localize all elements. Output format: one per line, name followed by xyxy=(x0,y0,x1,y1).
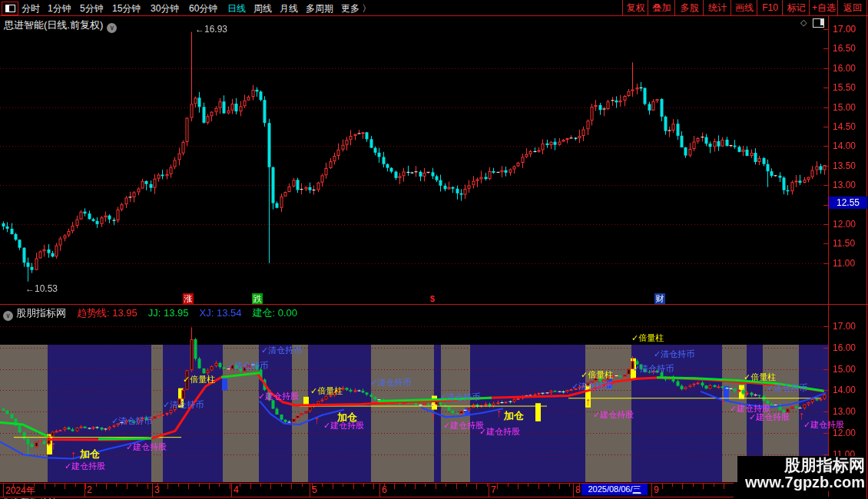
signal-label-beiliangzhu: ✓倍量柱 xyxy=(183,374,215,385)
indicator-values: 趋势线: 13.95JJ: 13.95XJ: 13.54建仓: 0.00 xyxy=(71,307,302,319)
toolbar-button-7[interactable]: +自选 xyxy=(809,0,838,15)
tab-period-4[interactable]: 30分钟 xyxy=(151,2,179,15)
ind-ytick xyxy=(823,369,828,370)
buy-arrow-icon: ↑ xyxy=(721,397,727,406)
cursor-date-badge: 2025/08/06/三 xyxy=(581,484,648,495)
right-border xyxy=(866,0,867,499)
tab-period-2[interactable]: 5分钟 xyxy=(80,2,104,15)
tab-period-10[interactable]: 更多 〉 xyxy=(341,2,371,15)
time-axis-minor-tick xyxy=(487,483,488,487)
time-axis-minor-tick xyxy=(343,483,343,487)
signal-label-beiliangzhu: ✓倍量柱 xyxy=(581,369,613,381)
event-marker-财: 财 xyxy=(654,293,665,304)
toolbar-button-1[interactable]: 叠加 xyxy=(648,0,675,15)
toolbar-button-3[interactable]: 统计 xyxy=(703,0,731,15)
time-axis-major-tick xyxy=(231,483,232,497)
time-axis-minor-tick xyxy=(693,483,694,487)
toolbar-button-8[interactable]: 返回 xyxy=(837,0,867,15)
tab-period-1[interactable]: 1分钟 xyxy=(48,2,71,15)
last-price-badge: 12.55 xyxy=(829,197,867,209)
time-axis-minor-tick xyxy=(436,483,436,489)
time-axis-minor-tick xyxy=(199,483,200,487)
ind-ytick xyxy=(823,433,828,434)
time-axis-minor-tick xyxy=(333,483,333,489)
buy-arrow-icon: ↑ xyxy=(496,408,502,418)
time-axis-minor-tick xyxy=(3,483,4,489)
time-axis-minor-tick xyxy=(250,483,251,489)
main-ytick-label: 11.50 xyxy=(833,238,866,249)
main-ytick-label: 14.50 xyxy=(833,121,866,132)
tab-period-8[interactable]: 月线 xyxy=(280,2,298,15)
signal-label-jiancang-chigu: ✓建仓持股 xyxy=(258,391,299,402)
time-axis-major-tick xyxy=(573,483,574,497)
signal-label-qingcang-chibi: ✓清仓持币 xyxy=(571,381,612,392)
event-marker-涨: 涨 xyxy=(183,293,194,304)
main-ytick xyxy=(823,127,828,127)
signal-label-jiacang: 加仓 xyxy=(337,411,357,425)
main-ytick-label: 16.00 xyxy=(833,63,866,74)
tab-period-5[interactable]: 60分钟 xyxy=(189,2,217,15)
main-ytick xyxy=(823,205,828,206)
tab-period-9[interactable]: 多周期 xyxy=(306,2,333,15)
buy-arrow-icon: ↑ xyxy=(585,397,591,406)
time-axis-major-tick xyxy=(310,483,310,497)
tab-period-3[interactable]: 15分钟 xyxy=(112,2,141,15)
watermark: 股朋指标网 www.7gpzb.com xyxy=(737,456,865,491)
signal-label-qingcang-chibi: ✓清仓持币 xyxy=(111,415,152,427)
time-axis-minor-tick xyxy=(682,483,683,489)
indicator-header: ∨股朋指标网趋势线: 13.95JJ: 13.95XJ: 13.54建仓: 0.… xyxy=(3,306,306,319)
indicator-chart[interactable] xyxy=(0,319,828,482)
main-ytick xyxy=(823,224,828,225)
main-ytick-label: 13.50 xyxy=(833,160,866,171)
ind-ytick xyxy=(823,411,828,412)
signal-label-qingcang-chibi: ✓清仓持币 xyxy=(654,349,694,360)
time-axis-minor-tick xyxy=(466,483,467,487)
time-axis-minor-tick xyxy=(45,483,45,489)
time-axis-minor-tick xyxy=(528,483,528,487)
main-ytick-label: 17.00 xyxy=(833,24,866,35)
time-axis-minor-tick xyxy=(508,483,509,487)
time-axis-minor-tick xyxy=(188,483,189,489)
main-ytick-label: 14.00 xyxy=(833,140,866,151)
time-axis-minor-tick xyxy=(116,483,117,487)
time-axis-minor-tick xyxy=(322,483,323,487)
tab-period-6[interactable]: 日线 xyxy=(227,2,246,15)
low-price-label: ←10.53 xyxy=(25,283,58,294)
time-axis-minor-tick xyxy=(538,483,539,489)
time-axis-minor-tick xyxy=(291,483,292,489)
window-layout-icon[interactable] xyxy=(2,2,18,15)
signal-label-beiliangzhu: ✓倍量柱 xyxy=(310,385,343,397)
main-ytick xyxy=(823,185,828,186)
tab-period-7[interactable]: 周线 xyxy=(253,2,272,15)
signal-label-qingcang-chibi: ✓清仓持币 xyxy=(439,392,480,403)
main-ytick xyxy=(823,243,828,244)
event-marker-$: $ xyxy=(427,293,438,304)
toolbar-button-5[interactable]: F10 xyxy=(757,0,783,15)
time-axis-label-4: 5 xyxy=(312,484,317,495)
time-axis-minor-tick xyxy=(157,483,158,487)
time-axis-minor-tick xyxy=(425,483,426,487)
time-axis-minor-tick xyxy=(353,483,354,489)
time-axis-minor-tick xyxy=(446,483,446,487)
time-axis-minor-tick xyxy=(559,483,560,489)
event-marker-跌: 跌 xyxy=(252,293,263,304)
tab-period-0[interactable]: 分时 xyxy=(22,2,40,15)
high-price-label: ←16.93 xyxy=(195,24,227,35)
time-axis-minor-tick xyxy=(415,483,416,489)
toolbar-button-2[interactable]: 多股 xyxy=(674,0,704,15)
signal-label-qingcang-chibi: ✓清仓持币 xyxy=(227,360,268,372)
toolbar-button-6[interactable]: 标记 xyxy=(782,0,810,15)
time-axis-minor-tick xyxy=(240,483,240,487)
ind-ytick xyxy=(823,454,828,455)
time-axis-minor-tick xyxy=(34,483,35,487)
signal-label-qingcang-chibi: ✓清仓持币 xyxy=(633,363,674,375)
main-ytick xyxy=(823,29,828,30)
toolbar-button-0[interactable]: 复权 xyxy=(622,0,648,15)
main-price-chart[interactable] xyxy=(0,16,828,304)
time-axis-minor-tick xyxy=(24,483,25,489)
time-axis-minor-tick xyxy=(518,483,518,489)
chevron-circle-icon[interactable]: ∨ xyxy=(3,311,13,321)
toolbar-button-4[interactable]: 画线 xyxy=(731,0,757,15)
indicator-source: 股朋指标网 xyxy=(16,307,66,319)
signal-label-jiancang-chigu: ✓建仓持股 xyxy=(65,461,105,472)
